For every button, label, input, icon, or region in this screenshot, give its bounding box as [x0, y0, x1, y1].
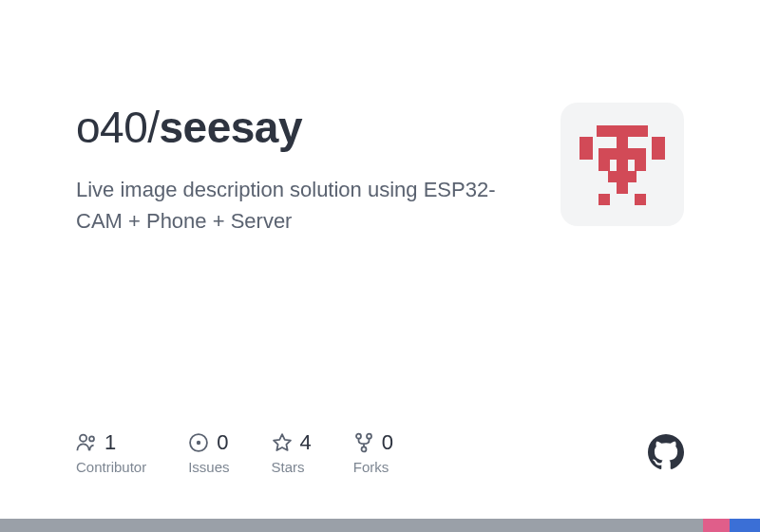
people-icon — [76, 432, 97, 453]
svg-rect-5 — [598, 148, 646, 160]
svg-point-14 — [80, 435, 86, 442]
star-icon — [272, 432, 293, 453]
svg-point-17 — [197, 441, 200, 445]
svg-rect-0 — [597, 125, 648, 137]
svg-point-18 — [356, 434, 361, 439]
stat-stars[interactable]: 4 Stars — [272, 432, 312, 475]
svg-rect-6 — [652, 148, 665, 160]
svg-point-19 — [367, 434, 371, 439]
bar-segment-blue — [730, 519, 760, 532]
repo-description: Live image description solution using ES… — [76, 174, 513, 237]
svg-rect-3 — [652, 137, 665, 148]
svg-rect-11 — [617, 182, 628, 194]
repo-owner[interactable]: o40 — [76, 103, 147, 152]
stat-issues[interactable]: 0 Issues — [188, 432, 229, 475]
issue-icon — [188, 432, 209, 453]
repo-separator: / — [147, 103, 159, 152]
stat-count: 4 — [300, 432, 312, 453]
svg-rect-13 — [635, 194, 646, 205]
svg-rect-12 — [598, 194, 610, 205]
svg-rect-1 — [580, 137, 593, 148]
avatar-icon — [580, 122, 665, 207]
stat-count: 0 — [217, 432, 228, 453]
stats-list: 1 Contributor 0 Issues 4 Stars — [76, 432, 393, 475]
bar-segment-pink — [703, 519, 730, 532]
svg-rect-10 — [608, 171, 636, 182]
svg-rect-7 — [598, 160, 610, 171]
avatar[interactable] — [560, 103, 684, 226]
github-icon[interactable] — [648, 434, 684, 470]
stat-label: Stars — [272, 459, 305, 475]
repo-title: o40/seesay — [76, 103, 522, 153]
svg-rect-9 — [635, 160, 646, 171]
svg-rect-2 — [617, 137, 628, 148]
bar-segment-gray — [0, 519, 703, 532]
stat-count: 0 — [382, 432, 393, 453]
stat-contributors[interactable]: 1 Contributor — [76, 432, 146, 475]
stat-label: Forks — [353, 459, 390, 475]
stat-forks[interactable]: 0 Forks — [353, 432, 393, 475]
stat-label: Issues — [188, 459, 229, 475]
svg-point-20 — [361, 446, 366, 451]
stat-label: Contributor — [76, 459, 146, 475]
svg-rect-8 — [617, 160, 628, 171]
fork-icon — [353, 432, 374, 453]
svg-point-15 — [89, 436, 94, 441]
svg-rect-4 — [580, 148, 593, 160]
language-bar — [0, 519, 760, 532]
stat-count: 1 — [104, 432, 116, 453]
repo-name[interactable]: seesay — [160, 103, 303, 152]
